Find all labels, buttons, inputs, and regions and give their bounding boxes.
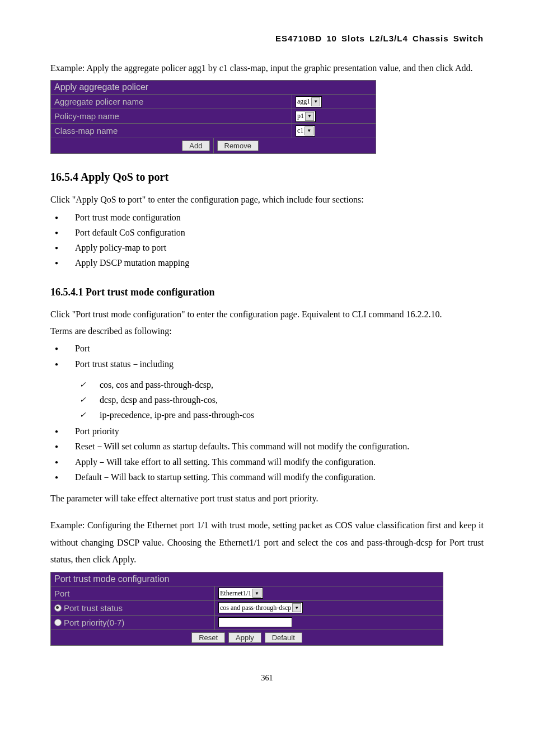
p3-16-5-4-1: The parameter will take effect alternati…: [50, 490, 484, 507]
chevron-down-icon: ▼: [305, 126, 313, 135]
heading-16-5-4-1: 16.5.4.1 Port trust mode configuration: [50, 287, 484, 298]
list-item: Apply DSCP mutation mapping: [50, 255, 484, 270]
apply-button[interactable]: Apply: [228, 632, 261, 643]
list-item: Port trust mode configuration: [50, 210, 484, 225]
chevron-down-icon: ▼: [252, 589, 261, 598]
radio-port-priority[interactable]: [54, 619, 62, 626]
chevron-down-icon: ▼: [311, 97, 320, 106]
list-16-5-4: Port trust mode configuration Port defau…: [50, 210, 484, 271]
select-port[interactable]: Ethernet1/1 ▼: [218, 588, 263, 599]
select-value: cos and pass-through-dscp: [220, 604, 291, 612]
list-item: Port priority: [50, 424, 484, 439]
page-number: 361: [50, 674, 484, 683]
p2-16-5-4-1: Terms are described as following:: [50, 323, 484, 340]
terms-list-top: Port Port trust status－including: [50, 341, 484, 371]
panel-title: Port trust mode configuration: [51, 572, 443, 586]
remove-button[interactable]: Remove: [217, 140, 259, 151]
reset-button[interactable]: Reset: [191, 632, 225, 643]
select-aggregate-policer-name[interactable]: agg1 ▼: [296, 96, 322, 107]
label-port-priority: Port priority(0-7): [51, 616, 215, 630]
list-item: Default－Will back to startup setting. Th…: [50, 469, 484, 485]
port-trust-mode-panel: Port trust mode configuration Port Ether…: [50, 572, 443, 646]
intro-paragraph: Example: Apply the aggregate policer agg…: [50, 60, 484, 77]
checks-list: cos, cos and pass-through-dcsp, dcsp, dc…: [75, 377, 484, 423]
select-class-map-name[interactable]: c1 ▼: [296, 125, 315, 137]
select-value: p1: [297, 112, 304, 120]
select-policy-map-name[interactable]: p1 ▼: [296, 111, 316, 122]
label-class-map-name: Class-map name: [51, 124, 292, 138]
p4-16-5-4-1: Example: Configuring the Ethernet port 1…: [50, 517, 484, 568]
check-item: cos, cos and pass-through-dcsp,: [75, 377, 484, 392]
select-value: c1: [297, 126, 303, 135]
chevron-down-icon: ▼: [305, 112, 314, 121]
select-value: Ethernet1/1: [220, 589, 251, 598]
panel-title: Apply aggregate policer: [51, 81, 376, 95]
p1-16-5-4-1: Click "Port trust mode configuration" to…: [50, 306, 484, 323]
apply-aggregate-policer-panel: Apply aggregate policer Aggregate police…: [50, 80, 376, 154]
select-value: agg1: [297, 97, 310, 106]
list-item: Port trust status－including: [50, 356, 484, 372]
list-item: Port default CoS configuration: [50, 225, 484, 240]
label-policy-map-name: Policy-map name: [51, 109, 292, 123]
input-port-priority[interactable]: [218, 617, 292, 627]
label-port: Port: [51, 586, 215, 600]
terms-list-bottom: Port priority Reset－Will set column as s…: [50, 424, 484, 485]
radio-port-trust-status[interactable]: [54, 604, 62, 612]
check-item: dcsp, dcsp and pass-through-cos,: [75, 392, 484, 407]
list-item: Apply policy-map to port: [50, 240, 484, 255]
heading-16-5-4: 16.5.4 Apply QoS to port: [50, 171, 484, 184]
page-header-title: ES4710BD 10 Slots L2/L3/L4 Chassis Switc…: [50, 34, 484, 43]
list-item: Port: [50, 341, 484, 356]
check-item: ip-precedence, ip-pre and pass-through-c…: [75, 407, 484, 422]
chevron-down-icon: ▼: [292, 603, 301, 612]
list-item: Apply－Will take effort to all setting. T…: [50, 454, 484, 469]
label-port-trust-status: Port trust status: [51, 601, 215, 615]
lead-16-5-4: Click "Apply QoS to port" to enter the c…: [50, 191, 484, 208]
select-port-trust-status[interactable]: cos and pass-through-dscp ▼: [218, 602, 303, 613]
list-item: Reset－Will set column as startup default…: [50, 439, 484, 454]
add-button[interactable]: Add: [182, 140, 209, 151]
default-button[interactable]: Default: [265, 632, 302, 643]
label-aggregate-policer-name: Aggregate policer name: [51, 95, 292, 109]
